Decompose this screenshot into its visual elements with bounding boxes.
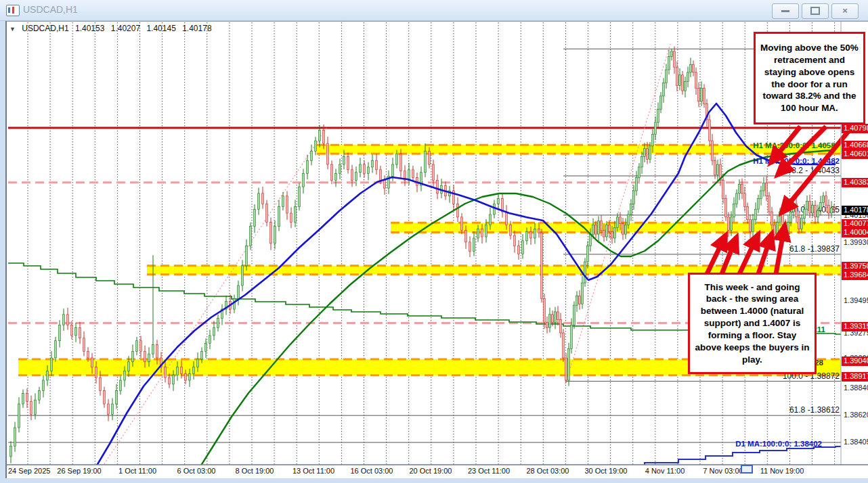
window-title: USDCAD,H1 [23, 4, 78, 15]
fib-label: 61.8 -1.39837 [789, 244, 840, 254]
level-price-badge: 1.40601 [842, 150, 868, 159]
header-open: 1.40153 [75, 24, 104, 33]
window-titlebar[interactable]: USDCAD,H1 × [0, 0, 868, 21]
level-price-badge: 1.40077 [842, 219, 868, 229]
minimize-button[interactable] [772, 3, 799, 19]
time-label: 6 Oct 03:00 [177, 467, 216, 475]
level-price-badge: 1.40004 [842, 228, 868, 237]
level-price-badge: 1.39750 [842, 262, 868, 271]
level-price-badge: 1.39684 [842, 271, 868, 280]
header-low: 1.40145 [146, 24, 175, 33]
level-price-badge: 1.39040 [842, 356, 868, 366]
restore-icon [810, 7, 820, 15]
mt4-window: USDCAD,H1 × 38.2 - 1.4043350.0 -1.401356… [0, 0, 868, 483]
level-price-badge: 1.40668 [842, 141, 868, 150]
price-label: 1.39930 [844, 238, 868, 246]
close-button[interactable]: × [831, 3, 859, 19]
ma-value-label: D1 MA:100:0:0: 1.38402 [735, 440, 822, 448]
close-icon: × [842, 5, 848, 16]
time-label: 23 Oct 11:00 [468, 467, 510, 475]
chart-ohlc-header: ▼ USDCAD,H1 1.40153 1.40207 1.40145 1.40… [9, 24, 216, 33]
level-price-badge: 1.38917 [842, 372, 868, 382]
price-label: 1.39495 [844, 296, 868, 304]
time-label: 20 Oct 19:00 [410, 467, 452, 475]
annotation-bottom-callout[interactable]: This week - and going back - the swing a… [688, 273, 817, 374]
time-axis-object-marker[interactable] [741, 465, 753, 474]
annotation-top-text: Moving above the 50% retracement and sta… [760, 42, 859, 114]
time-label: 11 Nov 19:00 [760, 467, 804, 475]
time-label: 13 Oct 11:00 [292, 467, 334, 475]
ma-value-label: H1 MA:200:0:0: 1.40587 [753, 141, 840, 150]
time-label: 16 Oct 03:00 [351, 467, 393, 475]
annotation-top-callout[interactable]: Moving above the 50% retracement and sta… [754, 32, 865, 124]
time-label: 24 Sep 2025 [8, 467, 50, 475]
time-label: 28 Oct 03:00 [527, 467, 569, 475]
plot-background [8, 22, 841, 465]
time-label: 1 Oct 11:00 [118, 467, 156, 475]
minimize-icon [781, 10, 789, 12]
chart-window-icon [6, 5, 20, 16]
price-label: 1.38405 [844, 438, 868, 446]
time-label: 4 Nov 11:00 [645, 467, 685, 475]
expander-icon[interactable]: ▼ [9, 26, 16, 32]
header-close: 1.40178 [182, 24, 211, 33]
level-price-badge: 1.40383 [842, 178, 868, 187]
current-price-badge: 1.40178 [842, 206, 868, 215]
price-label: 1.38840 [844, 384, 868, 392]
time-label: 26 Sep 19:00 [57, 467, 101, 475]
fib-label: 61.8 -1.38612 [789, 405, 840, 415]
level-price-badge: 1.40798 [842, 124, 868, 133]
restore-button[interactable] [802, 3, 829, 19]
chart-area[interactable]: 38.2 - 1.4043350.0 -1.4013561.8 -1.39837… [5, 21, 868, 478]
time-label: 30 Oct 19:00 [585, 467, 628, 475]
header-high: 1.40207 [111, 24, 140, 33]
time-label: 8 Oct 19:00 [236, 467, 274, 475]
price-label: 1.38620 [844, 411, 868, 419]
annotation-bottom-text: This week - and going back - the swing a… [694, 281, 810, 366]
level-price-badge: 1.39315 [842, 322, 868, 331]
header-symbol: USDCAD,H1 [22, 24, 68, 33]
price-chart-canvas[interactable]: 38.2 - 1.4043350.0 -1.4013561.8 -1.39837… [7, 22, 868, 478]
time-label: 7 Nov 03:00 [703, 467, 743, 475]
